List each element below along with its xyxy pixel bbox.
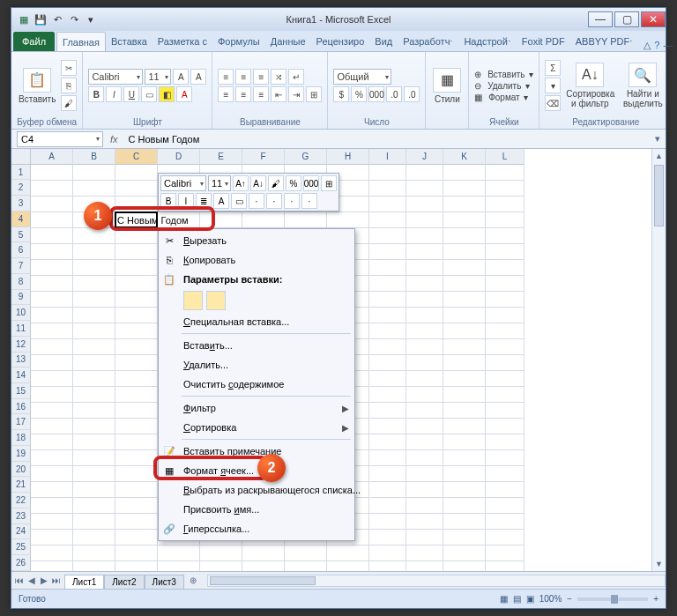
mini-toolbar-icon[interactable]: A↓: [250, 175, 266, 191]
cell[interactable]: [73, 419, 115, 434]
ribbon-tab-6[interactable]: Вид: [369, 32, 398, 51]
cell[interactable]: [369, 197, 406, 212]
cell[interactable]: [285, 561, 327, 571]
context-menu-item[interactable]: 🔗Гиперссылка...: [159, 519, 354, 538]
context-menu-item[interactable]: Удалить...: [159, 355, 354, 375]
cell[interactable]: [31, 434, 73, 450]
cells-delete-button[interactable]: ⊖ Удалить ▾: [474, 81, 533, 91]
cell[interactable]: [31, 355, 73, 371]
cell[interactable]: [406, 212, 443, 228]
row-header[interactable]: 13: [11, 353, 31, 368]
save-icon[interactable]: 💾: [33, 12, 48, 26]
cell[interactable]: [31, 514, 73, 530]
mini-toolbar-icon[interactable]: A↑: [233, 175, 249, 191]
cell[interactable]: [115, 339, 158, 355]
cell[interactable]: [31, 212, 73, 228]
undo-icon[interactable]: ↶: [50, 12, 64, 26]
cell[interactable]: [73, 228, 115, 244]
paste-option-icon[interactable]: [183, 291, 203, 310]
cell[interactable]: [443, 371, 486, 387]
view-layout-icon[interactable]: ▤: [513, 594, 521, 604]
cell[interactable]: [406, 466, 443, 482]
sheet-nav-next-icon[interactable]: ▶: [38, 575, 50, 585]
cell[interactable]: [406, 419, 443, 434]
view-pagebreak-icon[interactable]: ▣: [526, 594, 534, 604]
cell[interactable]: [369, 434, 406, 450]
ribbon-tab-10[interactable]: ABBYY PDF⋅: [570, 32, 639, 51]
row-header[interactable]: 15: [11, 383, 31, 399]
cell[interactable]: [406, 545, 443, 561]
zoom-in-icon[interactable]: +: [653, 594, 658, 604]
cell[interactable]: [443, 482, 486, 498]
cell[interactable]: [369, 260, 406, 276]
sheet-tab[interactable]: Лист1: [64, 575, 104, 589]
redo-icon[interactable]: ↷: [67, 12, 81, 26]
cell[interactable]: [327, 212, 369, 228]
cell[interactable]: [31, 197, 73, 212]
bold-icon[interactable]: B: [88, 86, 104, 102]
mini-toolbar-icon[interactable]: ·: [284, 193, 300, 209]
cell[interactable]: [486, 387, 524, 403]
vertical-scrollbar[interactable]: ▲ ▼: [651, 149, 666, 571]
cell[interactable]: [31, 308, 73, 323]
italic-icon[interactable]: I: [106, 86, 122, 102]
cell[interactable]: [443, 181, 486, 197]
cell[interactable]: [406, 403, 443, 419]
cell[interactable]: [369, 561, 406, 571]
column-header[interactable]: K: [443, 149, 486, 165]
row-header[interactable]: 14: [11, 367, 31, 383]
cell[interactable]: [73, 482, 115, 498]
cell[interactable]: [73, 530, 115, 545]
cell[interactable]: [369, 498, 406, 514]
sort-filter-button[interactable]: A↓ Сортировка и фильтр: [564, 61, 615, 110]
cell[interactable]: [406, 482, 443, 498]
cell[interactable]: [406, 165, 443, 181]
ribbon-tab-0[interactable]: Главная: [56, 32, 106, 51]
cell[interactable]: [406, 371, 443, 387]
cell[interactable]: [443, 244, 486, 260]
row-header[interactable]: 25: [11, 539, 31, 555]
cell[interactable]: [486, 165, 524, 181]
cell[interactable]: [73, 308, 115, 323]
cell[interactable]: [115, 561, 158, 571]
cell[interactable]: [406, 498, 443, 514]
clear-icon[interactable]: ⌫: [545, 95, 561, 111]
row-header[interactable]: 10: [11, 305, 31, 321]
cell[interactable]: [406, 260, 443, 276]
cell[interactable]: [443, 545, 486, 561]
row-header[interactable]: 24: [11, 524, 31, 540]
cell[interactable]: [406, 530, 443, 545]
currency-icon[interactable]: $: [333, 86, 349, 102]
cell[interactable]: [369, 466, 406, 482]
cell[interactable]: [327, 545, 369, 561]
cell[interactable]: [486, 403, 524, 419]
mini-toolbar-icon[interactable]: ⊞: [321, 175, 337, 191]
cell[interactable]: [73, 355, 115, 371]
cell[interactable]: [73, 181, 115, 197]
cell[interactable]: [115, 276, 158, 292]
cell[interactable]: [158, 561, 200, 571]
cell[interactable]: [115, 181, 158, 197]
cell[interactable]: [115, 323, 158, 339]
fill-icon[interactable]: ▾: [545, 78, 561, 93]
cell[interactable]: [31, 181, 73, 197]
cell[interactable]: [443, 339, 486, 355]
cell[interactable]: [369, 212, 406, 228]
cell[interactable]: [369, 276, 406, 292]
cell[interactable]: [406, 514, 443, 530]
cell[interactable]: [200, 212, 242, 228]
cell[interactable]: [73, 498, 115, 514]
number-format-combo[interactable]: Общий: [333, 69, 391, 85]
mini-toolbar-icon[interactable]: ·: [301, 193, 317, 209]
cell[interactable]: [73, 244, 115, 260]
view-normal-icon[interactable]: ▦: [500, 594, 508, 604]
cell[interactable]: [115, 292, 158, 308]
mini-font-combo[interactable]: Calibri: [160, 175, 206, 191]
cell[interactable]: [486, 482, 524, 498]
column-header[interactable]: I: [369, 149, 406, 165]
cell[interactable]: [443, 466, 486, 482]
cell[interactable]: [73, 403, 115, 419]
row-header[interactable]: 22: [11, 493, 31, 508]
cell[interactable]: [115, 434, 158, 450]
scroll-down-icon[interactable]: ▼: [652, 557, 666, 571]
